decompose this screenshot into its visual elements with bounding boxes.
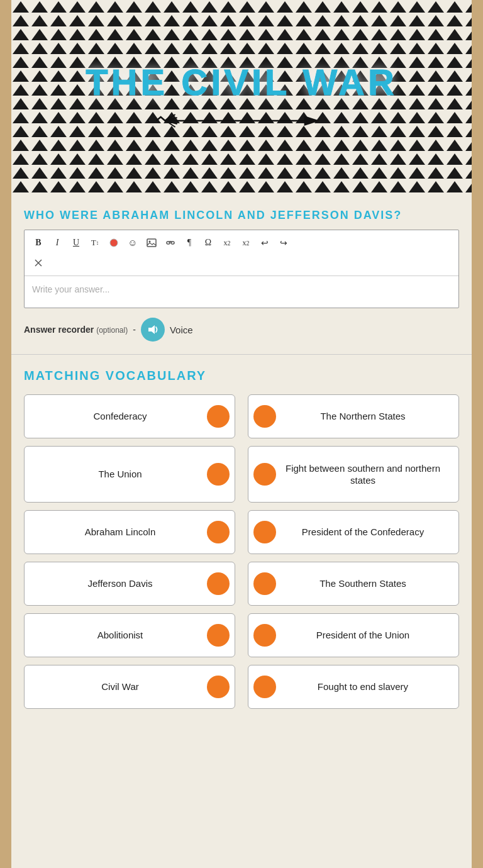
omega-button[interactable]: Ω bbox=[199, 234, 217, 252]
term-abolitionist: Abolitionist bbox=[33, 629, 207, 642]
dot-def-fought-slavery[interactable] bbox=[253, 676, 276, 698]
answer-editor[interactable]: B I U T↕ ☺ ¶ Ω x2 bbox=[24, 230, 459, 308]
def-fought-end-slavery: Fought to end slavery bbox=[276, 681, 450, 693]
list-item[interactable]: Fight between southern and northern stat… bbox=[248, 446, 459, 503]
def-president-confederacy: President of the Confederacy bbox=[276, 526, 450, 538]
answer-recorder-row: Answer recorder (optional) - Voice bbox=[24, 318, 459, 342]
dot-confederacy[interactable] bbox=[207, 405, 230, 428]
dot-def-fight[interactable] bbox=[253, 463, 276, 486]
editor-toolbar: B I U T↕ ☺ ¶ Ω x2 bbox=[25, 230, 458, 276]
dot-jefferson-davis[interactable] bbox=[207, 572, 230, 595]
left-column: Confederacy The Union Abraham Lincoln Je… bbox=[24, 394, 235, 709]
list-item[interactable]: Fought to end slavery bbox=[248, 665, 459, 709]
link-button[interactable] bbox=[162, 234, 179, 252]
list-item[interactable]: President of the Confederacy bbox=[248, 510, 459, 554]
vocab-label: MATCHING VOCABULARY bbox=[24, 369, 459, 383]
svg-rect-11 bbox=[167, 242, 170, 244]
page-wrapper: THE CIVIL WAR bbox=[0, 0, 483, 868]
answer-placeholder: Write your answer... bbox=[32, 284, 109, 294]
list-item[interactable]: Abolitionist bbox=[24, 613, 235, 657]
def-president-union: President of the Union bbox=[276, 629, 450, 642]
italic-button[interactable]: I bbox=[48, 234, 66, 252]
bold-button[interactable]: B bbox=[30, 234, 47, 252]
vocabulary-section: MATCHING VOCABULARY Confederacy The Unio… bbox=[11, 355, 472, 734]
redo-button[interactable]: ↪ bbox=[275, 234, 292, 252]
list-item[interactable]: The Southern States bbox=[248, 562, 459, 606]
font-size-button[interactable]: T↕ bbox=[86, 234, 104, 252]
underline-button[interactable]: U bbox=[67, 234, 85, 252]
dot-def-northern-states[interactable] bbox=[253, 405, 276, 428]
voice-label: Voice bbox=[170, 325, 193, 335]
term-abraham-lincoln: Abraham Lincoln bbox=[33, 526, 207, 538]
list-item[interactable]: The Union bbox=[24, 446, 235, 503]
def-northern-states: The Northern States bbox=[276, 410, 450, 423]
svg-marker-15 bbox=[148, 325, 155, 334]
svg-point-8 bbox=[110, 239, 118, 247]
right-column: The Northern States Fight between southe… bbox=[248, 394, 459, 709]
list-item[interactable]: Civil War bbox=[24, 665, 235, 709]
arrow-divider bbox=[35, 109, 449, 134]
list-item[interactable]: The Northern States bbox=[248, 394, 459, 438]
dot-the-union[interactable] bbox=[207, 463, 230, 486]
superscript-button[interactable]: x2 bbox=[237, 234, 255, 252]
term-the-union: The Union bbox=[33, 468, 207, 481]
emoji-button[interactable]: ☺ bbox=[124, 234, 142, 252]
page-title: THE CIVIL WAR bbox=[35, 61, 449, 103]
svg-rect-9 bbox=[147, 239, 156, 247]
svg-rect-12 bbox=[171, 242, 174, 244]
def-southern-states: The Southern States bbox=[276, 577, 450, 590]
color-button[interactable] bbox=[105, 234, 123, 252]
subscript-button[interactable]: x2 bbox=[218, 234, 236, 252]
header-section: THE CIVIL WAR bbox=[11, 0, 472, 195]
dot-def-president-confederacy[interactable] bbox=[253, 521, 276, 543]
image-button[interactable] bbox=[143, 234, 160, 252]
voice-record-button[interactable] bbox=[141, 318, 165, 342]
paragraph-button[interactable]: ¶ bbox=[180, 234, 198, 252]
dot-abolitionist[interactable] bbox=[207, 624, 230, 647]
dot-abraham-lincoln[interactable] bbox=[207, 521, 230, 543]
list-item[interactable]: Jefferson Davis bbox=[24, 562, 235, 606]
term-jefferson-davis: Jefferson Davis bbox=[33, 577, 207, 590]
question-label: WHO WERE ABRAHAM LINCOLN AND JEFFERSON D… bbox=[24, 209, 459, 222]
matching-grid: Confederacy The Union Abraham Lincoln Je… bbox=[24, 394, 459, 709]
recorder-label: Answer recorder (optional) bbox=[24, 325, 128, 335]
svg-point-10 bbox=[149, 241, 151, 243]
question-section: WHO WERE ABRAHAM LINCOLN AND JEFFERSON D… bbox=[11, 195, 472, 354]
dot-def-president-union[interactable] bbox=[253, 624, 276, 647]
dot-civil-war[interactable] bbox=[207, 676, 230, 698]
undo-button[interactable]: ↩ bbox=[256, 234, 274, 252]
clear-format-button[interactable] bbox=[30, 254, 47, 272]
dot-def-southern-states[interactable] bbox=[253, 572, 276, 595]
term-confederacy: Confederacy bbox=[33, 410, 207, 423]
list-item[interactable]: Confederacy bbox=[24, 394, 235, 438]
answer-input[interactable]: Write your answer... bbox=[25, 276, 458, 308]
list-item[interactable]: President of the Union bbox=[248, 613, 459, 657]
term-civil-war: Civil War bbox=[33, 681, 207, 693]
def-fight-between-states: Fight between southern and northern stat… bbox=[276, 462, 450, 487]
svg-marker-3 bbox=[304, 116, 320, 126]
list-item[interactable]: Abraham Lincoln bbox=[24, 510, 235, 554]
